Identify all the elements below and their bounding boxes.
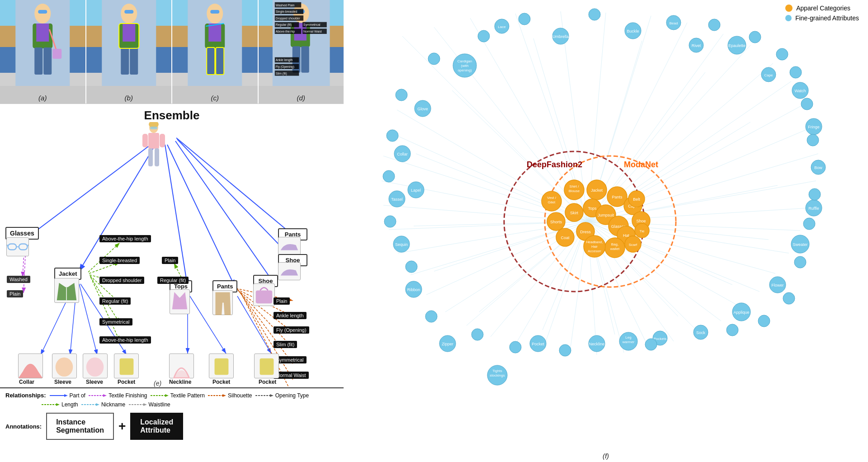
svg-line-65 — [177, 139, 294, 260]
svg-marker-118 — [222, 394, 226, 397]
svg-point-307 — [559, 344, 571, 356]
svg-text:Dress: Dress — [580, 230, 591, 234]
svg-rect-5 — [34, 47, 42, 75]
svg-text:Fringe: Fringe — [808, 125, 820, 129]
svg-text:Buckle: Buckle — [627, 29, 639, 33]
svg-text:Bag,: Bag, — [611, 242, 618, 246]
svg-text:stockings: stockings — [490, 373, 505, 377]
washed-tag: Washed — [7, 276, 30, 283]
svg-text:Belt: Belt — [633, 197, 640, 202]
svg-point-303 — [783, 292, 795, 304]
svg-line-181 — [588, 122, 750, 222]
svg-rect-21 — [208, 24, 221, 42]
length-label: Length — [61, 401, 78, 408]
svg-rect-14 — [121, 47, 129, 75]
svg-text:Tassel: Tassel — [391, 197, 403, 202]
photo-a: (a) — [0, 0, 86, 104]
svg-marker-120 — [270, 394, 274, 397]
svg-rect-96 — [155, 148, 159, 166]
svg-text:Rivet: Rivet — [692, 43, 701, 48]
svg-point-296 — [776, 48, 788, 60]
photo-b-label: (b) — [125, 94, 133, 102]
pants-image — [212, 290, 233, 315]
svg-text:Bead: Bead — [670, 21, 678, 25]
svg-text:Sequin: Sequin — [395, 242, 408, 247]
fig-f-label: (f) — [603, 452, 609, 460]
regular-fit2-tag: Regular (fit) — [157, 277, 189, 284]
sleeve2-image — [83, 354, 108, 378]
instance-seg-label: InstanceSegmentation — [56, 418, 104, 434]
svg-text:Ruffle: Ruffle — [808, 206, 819, 211]
svg-rect-6 — [43, 47, 52, 75]
shoe1-image — [278, 237, 301, 255]
above-hip-tag: Above-the-hip length — [99, 235, 151, 242]
dropped-shoulder-tag: Dropped shoulder — [99, 277, 144, 284]
neckline-label: Neckline — [169, 379, 191, 385]
plain1-tag: Plain — [7, 290, 23, 297]
jacket-label: Jacket — [59, 270, 77, 277]
svg-point-313 — [383, 170, 395, 182]
pocket2-image — [209, 354, 234, 378]
svg-line-60 — [32, 142, 154, 234]
svg-text:Sweater: Sweater — [793, 242, 807, 247]
svg-line-66 — [175, 141, 274, 283]
collar-image — [18, 354, 43, 378]
svg-text:wallet: wallet — [610, 247, 620, 251]
above-hip-label: Above-the-hip length — [102, 236, 148, 241]
svg-line-140 — [588, 127, 814, 222]
svg-rect-23 — [216, 47, 224, 75]
svg-text:Lace: Lace — [498, 25, 506, 29]
svg-line-102 — [7, 245, 8, 247]
plus-sign: + — [118, 419, 126, 434]
waistline-label: Waistline — [149, 401, 170, 408]
svg-point-301 — [803, 218, 815, 230]
svg-marker-112 — [64, 394, 68, 397]
svg-line-141 — [588, 154, 818, 222]
photo-c: (c) — [172, 0, 259, 104]
right-panel: Apparel Categories Fine-grained Attribut… — [344, 0, 868, 462]
svg-text:Accesorr: Accesorr — [588, 249, 601, 253]
svg-text:Cardigan: Cardigan — [458, 59, 472, 63]
photos-row: (a) (b) — [0, 0, 344, 104]
left-panel: (a) (b) — [0, 0, 344, 462]
svg-point-315 — [396, 89, 407, 101]
textile-finishing-label: Textile Finishing — [108, 392, 147, 399]
svg-rect-94 — [160, 134, 165, 147]
pocket1-label: Pocket — [118, 379, 135, 385]
svg-line-170 — [452, 90, 588, 222]
svg-text:Single-breasted: Single-breasted — [275, 10, 297, 14]
svg-line-103 — [27, 245, 28, 247]
svg-rect-22 — [207, 47, 215, 75]
localized-label: LocalizedAttribute — [140, 418, 173, 434]
tops-image — [170, 289, 190, 314]
single-breasted-tag: Single-breasted — [99, 257, 140, 264]
svg-point-305 — [726, 324, 738, 336]
collar-label: Collar — [19, 379, 34, 385]
tops-label: Tops — [174, 283, 188, 290]
fly-tag: Fly (Opening) — [274, 326, 309, 334]
svg-rect-2 — [38, 10, 47, 14]
svg-text:Epaulette: Epaulette — [728, 43, 745, 48]
svg-marker-122 — [56, 403, 60, 406]
sleeve1-label: Sleeve — [54, 379, 71, 385]
svg-line-64 — [176, 138, 293, 235]
svg-rect-33 — [301, 46, 309, 72]
svg-text:Coat: Coat — [561, 236, 570, 240]
svg-point-308 — [509, 341, 521, 353]
diagram-area: Ensemble Glasses — [0, 104, 344, 462]
textile-pattern-label: Textile Pattern — [170, 392, 205, 399]
symmetrical1-label: Symmetrical — [102, 319, 130, 325]
svg-text:Hair: Hair — [591, 245, 598, 249]
ankle-tag: Ankle length — [274, 312, 307, 319]
svg-rect-105 — [256, 290, 272, 303]
svg-point-295 — [749, 31, 761, 43]
svg-point-314 — [387, 130, 398, 141]
svg-text:Dropped shoulder: Dropped shoulder — [275, 17, 300, 20]
pocket3-image — [254, 354, 279, 378]
svg-line-62 — [165, 145, 188, 287]
svg-line-182 — [588, 72, 705, 222]
pocket2-label: Pocket — [212, 379, 230, 385]
svg-text:Headband,: Headband, — [586, 240, 603, 244]
pocket3-label: Pocket — [259, 379, 276, 385]
svg-text:(with: (with — [461, 64, 469, 68]
